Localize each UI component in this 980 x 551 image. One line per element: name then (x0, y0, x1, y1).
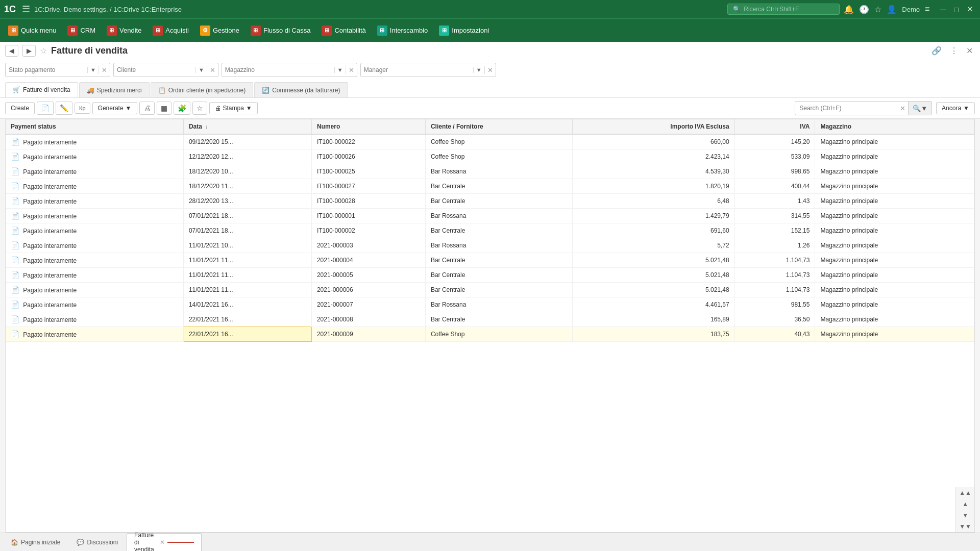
table-row[interactable]: 📄 Pagato interamente 18/12/2020 10... IT… (6, 164, 974, 179)
stato-pagamento-input[interactable] (6, 66, 87, 73)
manager-filter[interactable]: ▼ ✕ (360, 63, 496, 77)
table-view-button[interactable]: ▦ (157, 102, 172, 115)
table-row[interactable]: 📄 Pagato interamente 11/01/2021 11... 20… (6, 268, 974, 283)
manager-dropdown[interactable]: ▼ (473, 67, 484, 73)
table-search[interactable]: ✕ 🔍 ▼ (795, 101, 932, 115)
puzzle-button[interactable]: 🧩 (174, 102, 190, 115)
subtab-fatture[interactable]: 🛒 Fatture di vendita (5, 82, 78, 97)
table-row[interactable]: 📄 Pagato interamente 07/01/2021 18... IT… (6, 223, 974, 238)
close-fatture-tab[interactable]: ✕ (160, 539, 165, 546)
user-icon[interactable]: 👤 (887, 5, 897, 14)
chat-icon: 💬 (77, 539, 84, 546)
table-row[interactable]: 📄 Pagato interamente 18/12/2020 11... IT… (6, 179, 974, 194)
global-search-box[interactable]: 🔍 (727, 4, 840, 15)
cliente-input[interactable] (114, 66, 195, 73)
create-button[interactable]: Create (5, 102, 35, 114)
table-search-button[interactable]: 🔍 ▼ (908, 102, 932, 115)
forward-button[interactable]: ▶ (22, 45, 36, 57)
cliente-dropdown[interactable]: ▼ (195, 67, 207, 73)
scroll-down-button[interactable]: ▼ (956, 510, 974, 521)
magazzino-dropdown[interactable]: ▼ (334, 67, 346, 73)
ancora-button[interactable]: Ancora ▼ (936, 102, 975, 114)
close-document-icon[interactable]: ✕ (964, 45, 975, 57)
col-payment-status[interactable]: Payment status (6, 119, 183, 134)
stampa-button[interactable]: 🖨 Stampa ▼ (209, 102, 258, 114)
scroll-top-button[interactable]: ▲▲ (956, 487, 974, 498)
table-row[interactable]: 📄 Pagato interamente 11/01/2021 11... 20… (6, 283, 974, 297)
history-icon[interactable]: 🕐 (859, 5, 869, 14)
page-title: Fatture di vendita (51, 45, 925, 56)
col-numero[interactable]: Numero (311, 119, 425, 134)
manager-input[interactable] (361, 66, 473, 73)
bookmark-button[interactable]: ☆ (40, 46, 47, 56)
table-row[interactable]: 📄 Pagato interamente 11/01/2021 11... 20… (6, 253, 974, 268)
menu-item-quick-menu[interactable]: ⊞ Quick menu (3, 23, 61, 38)
menu-item-crm[interactable]: ⊞ CRM (62, 23, 101, 38)
kr-button[interactable]: Кр (75, 103, 90, 114)
table-row[interactable]: 📄 Pagato interamente 22/01/2021 16... 20… (6, 312, 974, 327)
stato-pagamento-clear[interactable]: ✕ (99, 66, 110, 74)
settings-lines-icon[interactable]: ≡ (925, 5, 929, 14)
star-toolbar-button[interactable]: ☆ (192, 102, 207, 115)
link-icon[interactable]: 🔗 (929, 45, 944, 57)
subtab-spedizioni[interactable]: 🚚 Spedizioni merci (79, 82, 150, 97)
bottom-tab-fatture-di-vendita[interactable]: Fatture di vendita ✕ (127, 533, 202, 551)
menu-item-impostazioni[interactable]: ⊞ Impostazioni (434, 23, 494, 38)
col-iva[interactable]: IVA (734, 119, 815, 134)
puzzle-icon: 🧩 (178, 104, 186, 112)
bottom-tab-discussioni[interactable]: 💬 Discussioni (69, 533, 126, 551)
close-button[interactable]: ✕ (964, 4, 976, 15)
maximize-button[interactable]: □ (951, 4, 961, 15)
menu-item-contabilita[interactable]: ⊞ Contabilità (316, 23, 371, 38)
scroll-up-button[interactable]: ▲ (956, 498, 974, 510)
notification-icon[interactable]: 🔔 (844, 5, 854, 14)
table-view-icon: ▦ (161, 104, 167, 112)
app-logo: 1С (4, 4, 16, 15)
table-row[interactable]: 📄 Pagato interamente 12/12/2020 12... IT… (6, 149, 974, 164)
magazzino-filter[interactable]: ▼ ✕ (222, 63, 357, 77)
bottom-tab-pagina-iniziale[interactable]: 🏠 Pagina iniziale (3, 533, 68, 551)
back-button[interactable]: ◀ (5, 45, 18, 57)
cell-numero: IT100-000028 (311, 194, 425, 209)
cell-cliente: Coffee Shop (425, 134, 572, 149)
menu-item-interscambio[interactable]: ⊞ Interscambio (372, 23, 433, 38)
col-data[interactable]: Data ↓ (183, 119, 311, 134)
cliente-filter[interactable]: ▼ ✕ (113, 63, 218, 77)
contabilita-icon: ⊞ (322, 26, 332, 36)
menu-item-flusso[interactable]: ⊞ Flusso di Cassa (246, 23, 315, 38)
col-magazzino[interactable]: Magazzino (815, 119, 974, 134)
table-row[interactable]: 📄 Pagato interamente 09/12/2020 15... IT… (6, 134, 974, 149)
scroll-bottom-button[interactable]: ▼▼ (956, 521, 974, 532)
col-importo[interactable]: Importo IVA Esclusa (573, 119, 735, 134)
doc-title-row: ◀ ▶ ☆ Fatture di vendita 🔗 ⋮ ✕ (5, 45, 975, 60)
manager-clear[interactable]: ✕ (484, 66, 496, 74)
table-row[interactable]: 📄 Pagato interamente 22/01/2021 16... 20… (6, 327, 974, 342)
magazzino-input[interactable] (222, 66, 334, 73)
magazzino-clear[interactable]: ✕ (346, 66, 357, 74)
table-row[interactable]: 📄 Pagato interamente 14/01/2021 16... 20… (6, 297, 974, 312)
copy-button[interactable]: 📄 (37, 102, 54, 115)
favorites-icon[interactable]: ☆ (874, 5, 881, 14)
table-row[interactable]: 📄 Pagato interamente 11/01/2021 10... 20… (6, 238, 974, 253)
edit-button[interactable]: ✏️ (56, 102, 72, 115)
generate-button[interactable]: Generate ▼ (92, 102, 137, 114)
menu-item-gestione[interactable]: ⚙ Gestione (195, 23, 244, 38)
table-search-clear[interactable]: ✕ (897, 105, 908, 112)
stato-pagamento-filter[interactable]: ▼ ✕ (5, 63, 110, 77)
stato-pagamento-dropdown[interactable]: ▼ (87, 67, 99, 73)
subtab-commesse[interactable]: 🔄 Commesse (da fatturare) (254, 82, 348, 97)
print-preview-button[interactable]: 🖨 (139, 102, 155, 115)
subtab-ordini[interactable]: 📋 Ordini cliente (in spedizione) (151, 82, 253, 97)
col-cliente[interactable]: Cliente / Fornitore (425, 119, 572, 134)
minimize-button[interactable]: ─ (938, 4, 948, 15)
menu-item-vendite[interactable]: ⊞ Vendite (102, 23, 146, 38)
more-options-icon[interactable]: ⋮ (948, 45, 960, 57)
cliente-clear[interactable]: ✕ (207, 66, 218, 74)
table-row[interactable]: 📄 Pagato interamente 07/01/2021 18... IT… (6, 209, 974, 223)
table-search-input[interactable] (795, 105, 897, 112)
menu-item-acquisti[interactable]: ⊞ Acquisti (148, 23, 194, 38)
hamburger-icon[interactable]: ☰ (22, 4, 30, 15)
table-row[interactable]: 📄 Pagato interamente 28/12/2020 13... IT… (6, 194, 974, 209)
cell-numero: 2021-000009 (311, 327, 425, 342)
global-search-input[interactable] (744, 6, 825, 13)
